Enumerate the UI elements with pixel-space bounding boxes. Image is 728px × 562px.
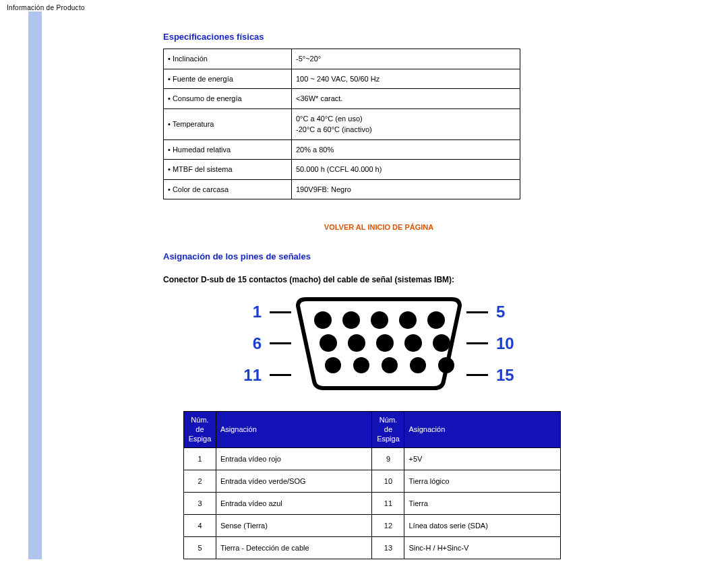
table-row: 5Tierra - Detección de cable13Sinc-H / H…	[184, 537, 561, 559]
table-row: 2Entrada vídeo verde/SOG10Tierra lógico	[184, 470, 561, 493]
table-row: Humedad relativa20% a 80%	[164, 139, 520, 160]
section-title-specs: Especificaciones físicas	[163, 32, 595, 42]
pin-dot	[433, 334, 450, 352]
pin-number: 1	[184, 448, 216, 470]
spec-label: Humedad relativa	[164, 139, 292, 160]
pin-number: 13	[372, 537, 404, 559]
pin-assign: Entrada vídeo rojo	[216, 448, 372, 470]
pin-assign: Tierra	[404, 493, 561, 515]
connector-shell	[291, 296, 466, 391]
spec-label: Temperatura	[164, 108, 292, 139]
pin-dot	[404, 334, 422, 352]
connector-description: Conector D-sub de 15 contactos (macho) d…	[163, 275, 595, 284]
table-row: Inclinación-5°~20°	[164, 49, 520, 69]
section-title-pin-assign: Asignación de los pines de señales	[163, 251, 595, 261]
spec-label: Fuente de energía	[164, 69, 292, 89]
pin-assign: Sense (Tierra)	[216, 515, 372, 537]
spec-value: <36W* caract.	[292, 89, 520, 109]
pin-assign: +5V	[404, 448, 561, 470]
pin-dot	[438, 357, 454, 373]
table-row: Temperatura0°C a 40°C (en uso) -20°C a 6…	[164, 108, 520, 139]
pin-dot	[314, 311, 332, 329]
spec-label: Consumo de energía	[164, 89, 292, 109]
tick-marks-right	[466, 296, 488, 391]
footer-file-path: file:///G|/TEMP/PHILIPS/190V9 EDFU(02250…	[0, 559, 728, 562]
pin-dot	[382, 357, 398, 373]
table-row: Consumo de energía<36W* caract.	[164, 89, 520, 109]
pin-number: 9	[372, 448, 404, 470]
spec-value: 100 ~ 240 VAC, 50/60 Hz	[292, 69, 520, 89]
pin-number: 4	[184, 515, 216, 537]
pin-dot	[342, 311, 360, 329]
pin-number: 10	[372, 470, 404, 493]
table-row: Color de carcasa190V9FB: Negro	[164, 179, 520, 199]
table-row: Fuente de energía100 ~ 240 VAC, 50/60 Hz	[164, 69, 520, 89]
pin-number: 12	[372, 515, 404, 537]
pin-dot	[399, 311, 417, 329]
pin-dot	[376, 334, 394, 352]
pin-dot	[348, 334, 365, 352]
tick-marks-left	[270, 296, 291, 391]
side-stripe	[28, 11, 42, 559]
spec-value: 0°C a 40°C (en uso) -20°C a 60°C (inacti…	[292, 108, 520, 139]
content-area: Especificaciones físicas Inclinación-5°~…	[42, 11, 595, 559]
connector-diagram: 1 6 11 5 10 15	[190, 296, 568, 391]
table-row: 3Entrada vídeo azul11Tierra	[184, 493, 561, 515]
col-pin-num-right: Núm. de Espiga	[372, 412, 404, 448]
spec-value: 20% a 80%	[292, 139, 520, 160]
pin-label-10: 10	[496, 328, 522, 359]
pin-assign: Línea datos serie (SDA)	[404, 515, 561, 537]
spec-value: 190V9FB: Negro	[292, 179, 520, 199]
pin-number: 5	[184, 537, 216, 559]
pin-dot	[371, 311, 388, 329]
pin-assign: Tierra - Detección de cable	[216, 537, 372, 559]
pin-dot	[325, 357, 341, 373]
pin-label-1: 1	[236, 296, 262, 327]
pin-dot	[353, 357, 369, 373]
pin-assign: Entrada vídeo verde/SOG	[216, 470, 372, 493]
table-row: 4Sense (Tierra)12Línea datos serie (SDA)	[184, 515, 561, 537]
pin-assign: Tierra lógico	[404, 470, 561, 493]
pin-label-5: 5	[496, 296, 522, 327]
table-row: MTBF del sistema50.000 h (CCFL 40.000 h)	[164, 160, 520, 180]
spec-label: Color de carcasa	[164, 179, 292, 199]
diagram-numbers-left: 1 6 11	[236, 296, 262, 391]
pin-dot	[320, 334, 337, 352]
connector-pins	[291, 296, 466, 391]
col-pin-num-left: Núm. de Espiga	[184, 412, 216, 448]
specs-table: Inclinación-5°~20°Fuente de energía100 ~…	[163, 49, 520, 199]
pin-label-6: 6	[236, 328, 262, 359]
pin-assign: Sinc-H / H+Sinc-V	[404, 537, 561, 559]
spec-value: -5°~20°	[292, 49, 520, 69]
pin-number: 2	[184, 470, 216, 493]
diagram-numbers-right: 5 10 15	[496, 296, 522, 391]
pin-number: 3	[184, 493, 216, 515]
table-row: 1Entrada vídeo rojo9+5V	[184, 448, 561, 470]
spec-value: 50.000 h (CCFL 40.000 h)	[292, 160, 520, 180]
pin-assignment-table: Núm. de Espiga Asignación Núm. de Espiga…	[183, 411, 561, 559]
pin-label-15: 15	[496, 360, 522, 391]
col-assign-right: Asignación	[404, 412, 561, 448]
pin-label-11: 11	[236, 360, 262, 391]
pin-dot	[410, 357, 426, 373]
spec-label: MTBF del sistema	[164, 160, 292, 180]
page-header-small: Información de Producto	[0, 0, 728, 11]
pin-dot	[427, 311, 445, 329]
pin-assign: Entrada vídeo azul	[216, 493, 372, 515]
back-to-top-link[interactable]: VOLVER AL INICIO DE PÁGINA	[200, 223, 557, 231]
spec-label: Inclinación	[164, 49, 292, 69]
pin-number: 11	[372, 493, 404, 515]
page-body: Especificaciones físicas Inclinación-5°~…	[0, 11, 728, 559]
col-assign-left: Asignación	[216, 412, 372, 448]
